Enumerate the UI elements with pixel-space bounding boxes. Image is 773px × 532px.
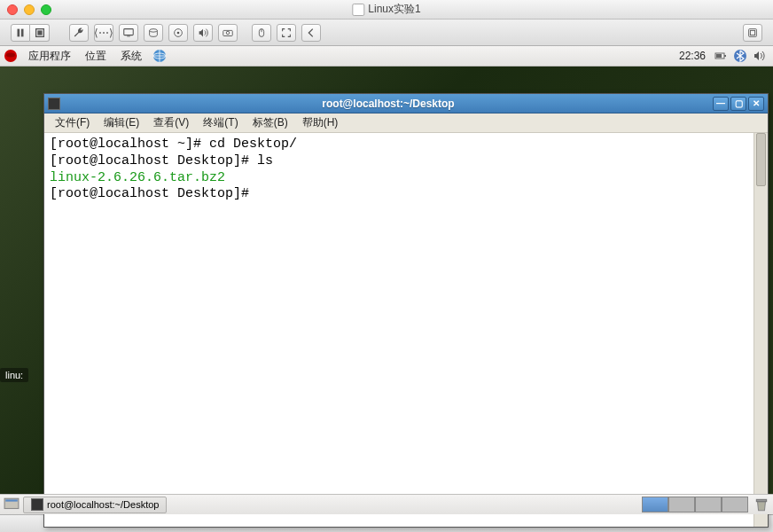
wrench-icon[interactable]	[69, 24, 89, 42]
terminal-titlebar[interactable]: root@localhost:~/Desktop — ▢ ✕	[44, 94, 768, 113]
terminal-maximize-button[interactable]: ▢	[730, 97, 746, 111]
expand-icon[interactable]	[743, 24, 762, 42]
svg-rect-20	[724, 55, 726, 57]
taskbar-terminal[interactable]: root@localhost:~/Desktop	[23, 497, 167, 513]
svg-point-10	[226, 31, 230, 35]
menu-system[interactable]: 系统	[113, 49, 149, 64]
terminal-window: root@localhost:~/Desktop — ▢ ✕ 文件(F) 编辑(…	[43, 93, 769, 528]
workspace-switcher	[642, 497, 748, 512]
menu-edit[interactable]: 编辑(E)	[97, 115, 146, 130]
taskbar-terminal-icon	[31, 498, 43, 511]
hdd-icon[interactable]	[144, 24, 163, 42]
taskbar-terminal-label: root@localhost:~/Desktop	[47, 499, 159, 510]
menu-tabs[interactable]: 标签(B)	[246, 115, 295, 130]
terminal-menubar: 文件(F) 编辑(E) 查看(V) 终端(T) 标签(B) 帮助(H)	[44, 113, 768, 133]
redhat-icon[interactable]	[4, 49, 18, 63]
workspace-1[interactable]	[642, 497, 668, 512]
window-icon	[352, 4, 364, 16]
svg-rect-25	[756, 499, 766, 501]
sound-icon[interactable]	[193, 24, 213, 42]
snapshot-button[interactable]	[30, 24, 50, 42]
bluetooth-icon[interactable]	[732, 48, 748, 64]
menu-view[interactable]: 查看(V)	[146, 115, 196, 130]
workspace-4[interactable]	[722, 497, 748, 512]
volume-icon[interactable]	[752, 48, 768, 64]
close-button[interactable]	[7, 4, 18, 15]
workspace-2[interactable]	[668, 497, 695, 512]
svg-rect-24	[5, 499, 18, 501]
cd-icon[interactable]	[168, 24, 188, 42]
display-icon[interactable]	[119, 24, 138, 42]
clock[interactable]: 22:36	[674, 50, 711, 62]
back-icon[interactable]	[301, 24, 321, 42]
show-desktop-icon[interactable]	[4, 497, 20, 512]
window-title-text: Linux实验1	[368, 2, 420, 17]
svg-point-8	[177, 31, 180, 34]
terminal-scrollbar[interactable]	[753, 133, 768, 527]
scrollbar-thumb[interactable]	[756, 133, 766, 186]
workspace-3[interactable]	[695, 497, 722, 512]
mac-toolbar: ⟨⋯⟩	[0, 20, 773, 46]
traffic-lights	[7, 4, 51, 15]
gnome-top-panel: 应用程序 位置 系统 22:36	[0, 46, 773, 66]
svg-rect-5	[127, 35, 130, 36]
vm-display: 应用程序 位置 系统 22:36 linu: root@localhost:~/…	[0, 46, 773, 514]
terminal-content[interactable]: [root@localhost ~]# cd Desktop/[root@loc…	[44, 133, 768, 527]
terminal-minimize-button[interactable]: —	[713, 97, 729, 111]
menu-places[interactable]: 位置	[78, 49, 113, 64]
svg-rect-21	[716, 54, 722, 58]
desktop-icon-label[interactable]: linu:	[0, 368, 28, 382]
svg-point-6	[150, 28, 158, 32]
terminal-close-button[interactable]: ✕	[748, 97, 764, 111]
browser-launcher-icon[interactable]	[152, 49, 167, 63]
menu-terminal[interactable]: 终端(T)	[196, 115, 245, 130]
terminal-text[interactable]: [root@localhost ~]# cd Desktop/[root@loc…	[44, 133, 753, 527]
window-title: Linux实验1	[352, 2, 420, 17]
svg-rect-14	[750, 30, 754, 35]
terminal-title: root@localhost:~/Desktop	[66, 98, 711, 110]
svg-rect-0	[18, 28, 20, 36]
trash-icon[interactable]	[753, 497, 769, 512]
menu-help[interactable]: 帮助(H)	[295, 115, 346, 130]
battery-icon[interactable]	[713, 48, 729, 64]
fullscreen-icon[interactable]	[277, 24, 296, 42]
mouse-icon[interactable]	[252, 24, 271, 42]
minimize-button[interactable]	[24, 4, 35, 15]
menu-applications[interactable]: 应用程序	[21, 49, 78, 64]
mac-titlebar: Linux实验1	[0, 0, 773, 20]
svg-point-16	[6, 53, 15, 58]
zoom-button[interactable]	[41, 4, 51, 15]
pause-button[interactable]	[11, 24, 30, 42]
camera-icon[interactable]	[218, 24, 238, 42]
linux-desktop[interactable]: linu: root@localhost:~/Desktop — ▢ ✕ 文件(…	[0, 66, 773, 494]
svg-rect-1	[21, 28, 24, 36]
svg-rect-4	[124, 28, 134, 35]
terminal-icon	[48, 98, 60, 110]
network-icon[interactable]: ⟨⋯⟩	[94, 24, 113, 42]
menu-file[interactable]: 文件(F)	[48, 115, 97, 130]
svg-rect-3	[37, 30, 42, 35]
gnome-bottom-panel: root@localhost:~/Desktop	[0, 494, 773, 514]
playback-group	[11, 24, 50, 42]
